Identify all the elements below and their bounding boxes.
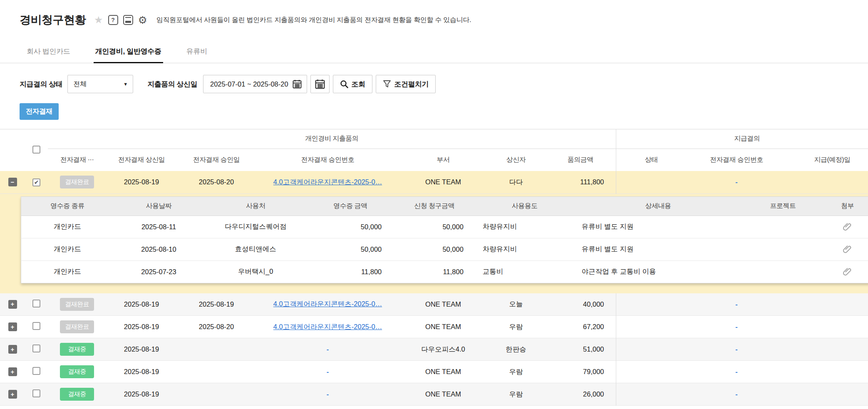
dcol-merchant: 사용처	[204, 196, 307, 216]
amount-cell: 40,000	[545, 293, 616, 316]
calendar-picker-button[interactable]	[310, 75, 330, 93]
table-row[interactable]: + 결재중 2025-08-19 - 다우오피스4.0 한판승 51,000 -	[0, 338, 868, 361]
receipt-row[interactable]: 개인카드 2025-07-23 우버택시_0 11,800 11,800 교통비…	[21, 260, 868, 283]
attachment-paperclip-icon[interactable]	[843, 222, 852, 231]
help-icon[interactable]: ?	[108, 15, 118, 25]
table-row[interactable]: + 결재완료 2025-08-19 2025-08-19 4.0고객케어라운지콘…	[0, 293, 868, 316]
date-range-input[interactable]: 2025-07-01 ~ 2025-08-20	[203, 75, 307, 93]
receipt-row[interactable]: 개인카드 2025-08-11 다우디지털스퀘어점 50,000 50,000 …	[21, 216, 868, 238]
table-row[interactable]: + 결재완료 2025-08-19 2025-08-20 4.0고객케어라운지콘…	[0, 316, 868, 338]
expand-column-header	[0, 129, 25, 171]
requester-cell: 다다	[487, 171, 545, 193]
col-payment-status: 상태	[616, 149, 687, 171]
row-checkbox[interactable]	[32, 322, 40, 330]
note-cell: 야근작업 후 교통비 이용	[574, 260, 742, 283]
approval-document-link[interactable]: 4.0고객케어라운지콘텐츠-2025-0…	[273, 178, 382, 186]
project-cell	[742, 216, 824, 238]
favorite-star-icon[interactable]: ★	[94, 15, 103, 25]
expand-conditions-button[interactable]: 조건펼치기	[376, 75, 436, 93]
approval-document-link[interactable]: 4.0고객케어라운지콘텐츠-2025-0…	[273, 300, 382, 307]
payment-date-cell	[786, 293, 868, 316]
payment-status-select[interactable]: 전체 ▼	[67, 75, 133, 93]
tab-corporate-card[interactable]: 회사 법인카드	[25, 42, 72, 63]
receipt-row[interactable]: 개인카드 2025-08-10 효성티앤에스 50,000 50,000 차량유…	[21, 238, 868, 260]
payment-status-cell	[616, 338, 687, 361]
merchant-cell: 다우디지털스퀘어점	[204, 216, 307, 238]
payment-doc-link[interactable]: -	[735, 178, 738, 186]
header-icons: ★ ? ⚙	[94, 15, 147, 25]
attachment-paperclip-icon[interactable]	[843, 245, 852, 254]
payment-doc-link[interactable]: -	[735, 390, 738, 398]
receipt-detail-table: 영수증 종류 사용날짜 사용처 영수증 금액 신청 청구금액 사용용도 상세내용…	[21, 196, 868, 283]
search-button[interactable]: 조회	[333, 75, 372, 93]
page-title: 경비청구현황	[20, 12, 86, 27]
submit-date-label: 지출품의 상신일	[147, 79, 197, 89]
tab-fuel-expense[interactable]: 유류비	[185, 42, 209, 63]
epayment-button[interactable]: 전자결재	[20, 103, 59, 120]
submit-date-cell: 2025-08-19	[106, 316, 177, 338]
table-row[interactable]: + 결재중 2025-08-19 - ONE TEAM 우람 79,000 -	[0, 361, 868, 383]
select-all-checkbox[interactable]	[32, 146, 40, 154]
merchant-cell: 효성티앤에스	[204, 238, 307, 260]
submit-date-cell: 2025-08-19	[106, 171, 177, 193]
tab-bar: 회사 법인카드 개인경비, 일반영수증 유류비	[0, 42, 868, 63]
expand-row-button[interactable]: +	[8, 300, 17, 309]
row-checkbox[interactable]	[32, 345, 40, 352]
approval-document-link[interactable]: -	[327, 345, 329, 353]
approve-date-cell	[177, 361, 256, 383]
department-cell: 다우오피스4.0	[399, 338, 487, 361]
submit-date-cell: 2025-08-19	[106, 383, 177, 406]
row-checkbox[interactable]	[32, 300, 40, 307]
amount-cell: 111,800	[545, 171, 616, 193]
table-row[interactable]: + 결재중 2025-08-19 - ONE TEAM 우람 26,000 -	[0, 383, 868, 406]
attachment-paperclip-icon[interactable]	[843, 267, 852, 276]
approval-document-link[interactable]: -	[327, 390, 329, 398]
claim-amount-cell: 11,800	[393, 260, 475, 283]
collapse-row-button[interactable]: −	[8, 178, 17, 186]
department-cell: ONE TEAM	[399, 293, 487, 316]
note-cell: 유류비 별도 지원	[574, 216, 742, 238]
table-row[interactable]: − ✔ 결재완료 2025-08-19 2025-08-20 4.0고객케어라운…	[0, 171, 868, 193]
row-checkbox[interactable]	[32, 389, 40, 397]
dcol-usage: 사용용도	[475, 196, 574, 216]
expand-conditions-label: 조건펼치기	[394, 79, 429, 89]
approve-date-cell	[177, 383, 256, 406]
approval-document-link[interactable]: -	[327, 368, 329, 375]
claim-amount-cell: 50,000	[393, 216, 475, 238]
dcol-claim-amount: 신청 청구금액	[393, 196, 475, 216]
amount-cell: 67,200	[545, 316, 616, 338]
receipt-amount-cell: 50,000	[307, 238, 393, 260]
approval-document-link[interactable]: 4.0고객케어라운지콘텐츠-2025-0…	[273, 323, 382, 330]
minus-icon: −	[11, 178, 15, 186]
receipt-amount-cell: 11,800	[307, 260, 393, 283]
expand-row-button[interactable]: +	[8, 345, 17, 354]
manual-icon[interactable]	[123, 15, 133, 25]
requester-cell: 우람	[487, 361, 545, 383]
payment-doc-link[interactable]: -	[735, 368, 738, 375]
payment-doc-link[interactable]: -	[735, 300, 738, 308]
expand-row-button[interactable]: +	[8, 390, 17, 399]
expand-row-button[interactable]: +	[8, 322, 17, 331]
usage-cell: 차량유지비	[475, 216, 574, 238]
expand-row-button[interactable]: +	[8, 367, 17, 376]
use-date-cell: 2025-08-11	[114, 216, 204, 238]
payment-date-cell	[786, 316, 868, 338]
payment-doc-link[interactable]: -	[735, 323, 738, 330]
manual-icon-bar	[125, 21, 131, 23]
status-badge: 결재중	[60, 343, 94, 356]
row-checkbox[interactable]	[32, 367, 40, 375]
payment-doc-link[interactable]: -	[735, 345, 738, 353]
check-icon: ✔	[34, 179, 39, 186]
merchant-cell: 우버택시_0	[204, 260, 307, 283]
approve-date-cell: 2025-08-20	[177, 316, 256, 338]
payment-date-cell	[786, 171, 868, 193]
col-department: 부서	[399, 149, 487, 171]
submit-date-cell: 2025-08-19	[106, 293, 177, 316]
requester-cell: 오늘	[487, 293, 545, 316]
manual-icon-line	[125, 17, 131, 18]
payment-status-cell	[616, 361, 687, 383]
row-checkbox[interactable]: ✔	[32, 178, 40, 186]
tab-personal-expense[interactable]: 개인경비, 일반영수증	[94, 42, 163, 63]
submit-date-cell: 2025-08-19	[106, 361, 177, 383]
settings-gear-icon[interactable]: ⚙	[138, 15, 147, 25]
